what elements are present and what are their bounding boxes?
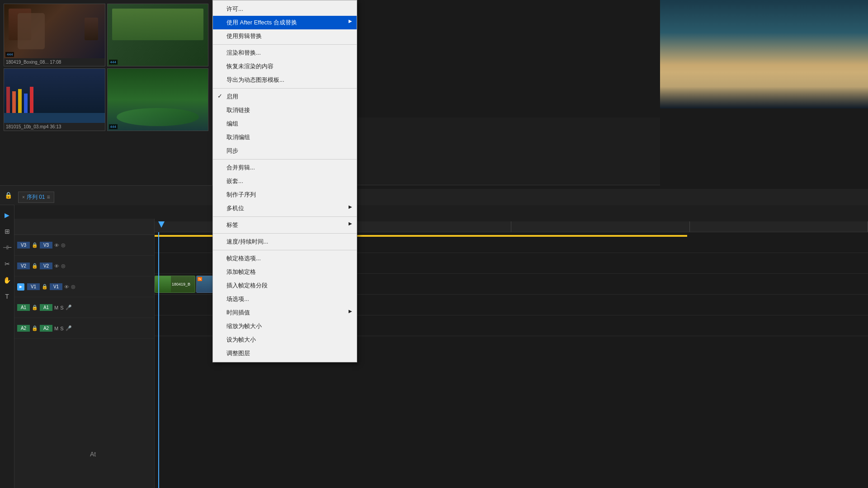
track-btn-a1[interactable]: A1 bbox=[40, 304, 52, 311]
track-lock-v1[interactable]: 🔒 bbox=[42, 284, 48, 290]
menu-item-make-subseq[interactable]: 制作子序列 bbox=[213, 188, 357, 202]
track-btn-v3[interactable]: V3 bbox=[40, 242, 52, 249]
menu-item-nest[interactable]: 嵌套... bbox=[213, 174, 357, 188]
playhead-marker-top bbox=[158, 221, 165, 228]
track-btn-a2-left[interactable]: A2 bbox=[17, 325, 30, 332]
media-thumb-boxing1[interactable]: 444 180419_Boxing_08... 17:08 bbox=[4, 4, 105, 66]
menu-divider-3 bbox=[213, 159, 357, 160]
track-btn-v2[interactable]: V2 bbox=[40, 263, 52, 269]
menu-divider-4 bbox=[213, 216, 357, 217]
media-thumb-flags[interactable]: 181015_10b_03.mp4 36:13 bbox=[4, 68, 105, 131]
track-solo-a2[interactable]: S bbox=[60, 326, 63, 331]
track-btn-v2-left[interactable]: V2 bbox=[17, 263, 30, 269]
tool-hand[interactable]: ✋ bbox=[2, 275, 13, 286]
at-label: At bbox=[90, 450, 96, 458]
track-mic-a2[interactable]: 🎤 bbox=[66, 325, 72, 331]
menu-item-sync[interactable]: 同步 bbox=[213, 144, 357, 158]
track-label-a2: A2 🔒 A2 M S 🎤 bbox=[14, 318, 154, 339]
menu-item-insert-frame-hold[interactable]: 插入帧定格分段 bbox=[213, 279, 357, 292]
track-btn-a2[interactable]: A2 bbox=[40, 325, 52, 332]
track-lock-a1[interactable]: 🔒 bbox=[32, 305, 38, 310]
aerial-preview-panel bbox=[660, 0, 868, 127]
track-mic-a1[interactable]: 🎤 bbox=[66, 305, 72, 310]
tool-text[interactable]: T bbox=[2, 291, 13, 302]
menu-item-render-replace[interactable]: 渲染和替换... bbox=[213, 46, 357, 60]
aerial-preview-image bbox=[660, 0, 868, 108]
menu-item-unlink[interactable]: 取消链接 bbox=[213, 103, 357, 117]
track-lock-v3[interactable]: 🔒 bbox=[32, 242, 38, 248]
menu-item-add-frame-hold[interactable]: 添加帧定格 bbox=[213, 265, 357, 279]
thumb-preview-boxing1: 444 bbox=[4, 4, 105, 58]
menu-divider-2 bbox=[213, 88, 357, 89]
track-btn-v1[interactable]: V1 bbox=[50, 283, 62, 290]
track-eye-v1[interactable]: 👁 bbox=[64, 284, 69, 290]
lock-icon: 🔒 bbox=[5, 192, 12, 199]
thumb-preview-flags bbox=[4, 69, 105, 123]
tool-ripple[interactable]: ⊣⊢ bbox=[2, 242, 13, 253]
track-btn-v3-left[interactable]: V3 bbox=[17, 242, 30, 249]
tool-razor[interactable]: ✂ bbox=[2, 258, 13, 269]
clip-boxing-label: 180419_B bbox=[171, 281, 191, 287]
track-solo-a1[interactable]: S bbox=[60, 305, 63, 310]
track-label-v3: V3 🔒 V3 👁 ◎ bbox=[14, 235, 154, 256]
menu-item-use-edit[interactable]: 使用剪辑替换 bbox=[213, 29, 357, 43]
menu-item-set-to-frame[interactable]: 设为帧大小 bbox=[213, 333, 357, 347]
track-eye2-v1[interactable]: ◎ bbox=[71, 284, 75, 290]
menu-item-group[interactable]: 编组 bbox=[213, 117, 357, 131]
media-item-label-boxing1: 180419_Boxing_08... 17:08 bbox=[4, 58, 105, 66]
seq-menu-icon[interactable]: ≡ bbox=[47, 194, 50, 200]
track-label-v2: V2 🔒 V2 👁 ◎ bbox=[14, 256, 154, 277]
track-eye-v3[interactable]: 👁 bbox=[54, 243, 59, 248]
menu-item-use-ae[interactable]: 使用 After Effects 合成替换 bbox=[213, 16, 357, 29]
menu-item-enable[interactable]: 启用 bbox=[213, 90, 357, 103]
context-menu: 许可... 使用 After Effects 合成替换 使用剪辑替换 渲染和替换… bbox=[212, 0, 357, 362]
menu-item-field-options[interactable]: 场选项... bbox=[213, 292, 357, 306]
tool-select[interactable]: ▶ bbox=[2, 210, 13, 221]
track-label-v1: ▶ V1 🔒 V1 👁 ◎ bbox=[14, 277, 154, 297]
menu-item-merge-clips[interactable]: 合并剪辑... bbox=[213, 161, 357, 174]
menu-item-restore-unrendered[interactable]: 恢复未渲染的内容 bbox=[213, 60, 357, 73]
menu-item-export-motion[interactable]: 导出为动态图形模板... bbox=[213, 73, 357, 87]
track-eye2-v3[interactable]: ◎ bbox=[61, 242, 66, 248]
sequence-tab-row: × 序列 01 ≡ bbox=[14, 189, 868, 205]
menu-item-frame-hold-options[interactable]: 帧定格选项... bbox=[213, 252, 357, 265]
media-thumb-surfer[interactable]: 444 Surfer1.mp4 5:2... bbox=[107, 68, 209, 131]
menu-item-speed-duration[interactable]: 速度/持续时间... bbox=[213, 235, 357, 249]
media-thumb-boxing2[interactable]: 444 180419_Boxing_A1_... 7:... bbox=[107, 4, 209, 66]
track-lock-a2[interactable]: 🔒 bbox=[32, 325, 38, 331]
timeline-area: 1;00;04 00;00;12;00 00;00;16;00 00;00;20… bbox=[14, 205, 868, 488]
media-panel: 444 180419_Boxing_08... 17:08 444 180419… bbox=[0, 0, 212, 190]
track-lock-v2[interactable]: 🔒 bbox=[32, 263, 38, 269]
left-toolbar: ▶ ⊞ ⊣⊢ ✂ ✋ T bbox=[0, 205, 14, 488]
menu-item-label[interactable]: 标签 bbox=[213, 218, 357, 232]
track-label-a1: A1 🔒 A1 M S 🎤 bbox=[14, 297, 154, 318]
menu-item-multi-cam[interactable]: 多机位 bbox=[213, 202, 357, 215]
menu-divider-1 bbox=[213, 44, 357, 45]
track-eye-v2[interactable]: 👁 bbox=[54, 263, 59, 269]
thumb-preview-boxing2: 444 bbox=[108, 4, 208, 58]
seq-tab-label: 序列 01 bbox=[27, 193, 45, 201]
track-btn-a1-left[interactable]: A1 bbox=[17, 304, 30, 311]
track-mute-a2[interactable]: M bbox=[54, 326, 58, 331]
sequence-tab[interactable]: × 序列 01 ≡ bbox=[18, 192, 54, 203]
seq-close-btn[interactable]: × bbox=[22, 195, 25, 200]
menu-item-adjust-layer[interactable]: 调整图层 bbox=[213, 347, 357, 360]
menu-divider-5 bbox=[213, 233, 357, 234]
media-item-label-flags: 181015_10b_03.mp4 36:13 bbox=[4, 123, 105, 131]
playhead-line bbox=[158, 232, 159, 488]
clip-boxing[interactable]: 180419_B bbox=[155, 276, 195, 293]
tool-track-select[interactable]: ⊞ bbox=[2, 226, 13, 237]
menu-item-time-interpolation[interactable]: 时间插值 bbox=[213, 306, 357, 319]
menu-item-ungroup[interactable]: 取消编组 bbox=[213, 131, 357, 144]
track-mute-a1[interactable]: M bbox=[54, 305, 58, 310]
track-btn-v1-left[interactable]: V1 bbox=[27, 283, 40, 290]
menu-item-scale-to-frame[interactable]: 缩放为帧大小 bbox=[213, 319, 357, 333]
menu-divider-6 bbox=[213, 250, 357, 250]
thumb-preview-surfer: 444 bbox=[108, 69, 208, 123]
track-eye2-v2[interactable]: ◎ bbox=[61, 263, 66, 269]
media-grid: 444 180419_Boxing_08... 17:08 444 180419… bbox=[0, 0, 212, 135]
track-header bbox=[14, 219, 154, 235]
menu-item-allow[interactable]: 许可... bbox=[213, 2, 357, 16]
track-labels: V3 🔒 V3 👁 ◎ V2 🔒 V2 👁 ◎ ▶ V1 🔒 V1 👁 ◎ A1… bbox=[14, 219, 155, 488]
